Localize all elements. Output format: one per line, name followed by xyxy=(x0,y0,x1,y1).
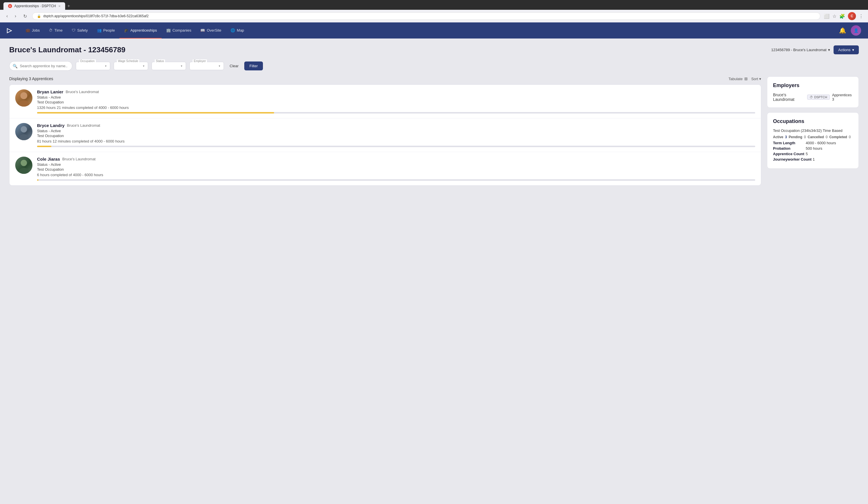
page-title: Bruce's Laundromat - 123456789 xyxy=(9,46,125,54)
list-item[interactable]: Bryce Landry Bruce's Laundromat Status -… xyxy=(10,118,761,152)
apprentice-info: Bryce Landry Bruce's Laundromat Status -… xyxy=(37,123,755,147)
sort-button[interactable]: Sort ▾ xyxy=(751,77,761,81)
progress-bar-fill xyxy=(37,146,51,147)
progress-bar xyxy=(37,146,755,147)
active-label: Active xyxy=(773,135,783,139)
probation-value: 500 hours xyxy=(806,146,823,151)
probation-row: Probation 500 hours xyxy=(773,146,853,151)
search-icon: 🔍 xyxy=(13,64,18,68)
apprentice-employer: Bruce's Laundromat xyxy=(66,90,99,94)
page-content: Bruce's Laundromat - 123456789 123456789… xyxy=(0,39,868,192)
user-avatar[interactable]: 👤 xyxy=(851,25,861,36)
apprentice-name: Bryan Lanier xyxy=(37,89,63,94)
tabulate-button[interactable]: Tabulate ⊞ xyxy=(728,77,748,81)
employers-title: Employers xyxy=(773,82,853,89)
apprentice-occupation: Test Occupation xyxy=(37,100,755,104)
apprentices-count: Displaying 3 Apprentices xyxy=(9,77,53,81)
app-navigation: ▷ 💼 Jobs ⏱ Time 🛡 Safety 👥 People 🎓 Appr… xyxy=(0,22,868,39)
employer-chevron-icon: ▾ xyxy=(219,64,220,68)
nav-item-map[interactable]: 🌐 Map xyxy=(226,22,249,39)
apprentice-name-row: Bryan Lanier Bruce's Laundromat xyxy=(37,89,755,94)
svg-point-3 xyxy=(19,134,29,140)
nav-item-oversite[interactable]: 📖 OverSite xyxy=(196,22,226,39)
apprenticeships-icon: 🎓 xyxy=(124,28,128,32)
nav-item-apprenticeships[interactable]: 🎓 Apprenticeships xyxy=(120,22,162,39)
avatar xyxy=(15,123,32,140)
term-length-value: 4000 - 6000 hours xyxy=(806,141,836,145)
nav-label-map: Map xyxy=(237,28,244,32)
nav-label-oversite: OverSite xyxy=(207,28,221,32)
apprentice-hours: 6 hours completed of 4000 - 6000 hours xyxy=(37,173,755,177)
notification-bell-icon[interactable]: 🔔 xyxy=(839,27,846,34)
app-logo[interactable]: ▷ xyxy=(7,27,12,34)
nav-item-jobs[interactable]: 💼 Jobs xyxy=(21,22,44,39)
svg-point-5 xyxy=(19,168,29,174)
apprentice-name: Cole Jiaras xyxy=(37,157,60,161)
apprentice-hours: 1326 hours 21 minutes completed of 4000 … xyxy=(37,105,755,110)
forward-button[interactable]: › xyxy=(13,13,18,19)
nav-item-companies[interactable]: 🏢 Companies xyxy=(162,22,196,39)
wage-schedule-filter[interactable]: Wage Schedule ▾ xyxy=(114,62,148,70)
company-selector[interactable]: 123456789 - Bruce's Laundromat ▾ xyxy=(771,48,830,52)
active-tab[interactable]: D Apprenticeships · DSPTCH ✕ xyxy=(3,2,65,10)
journeyworker-count-label: Journeyworker Count xyxy=(773,157,812,161)
bookmark-button[interactable]: ☆ xyxy=(833,13,836,19)
panel-controls: Tabulate ⊞ Sort ▾ xyxy=(728,77,761,81)
tab-close-button[interactable]: ✕ xyxy=(58,4,61,8)
oversite-icon: 📖 xyxy=(200,28,205,32)
completed-value: 0 xyxy=(849,135,851,139)
menu-button[interactable]: ⋮ xyxy=(859,13,864,19)
actions-button[interactable]: Actions ▾ xyxy=(834,46,859,54)
status-filter[interactable]: Status ▾ xyxy=(152,62,186,70)
nav-item-people[interactable]: 👥 People xyxy=(92,22,120,39)
apprentice-count-value: 5 xyxy=(806,152,808,156)
nav-label-safety: Safety xyxy=(77,28,88,32)
tab-favicon: D xyxy=(8,4,12,8)
cast-button[interactable]: ⬜ xyxy=(824,13,829,19)
nav-label-apprenticeships: Apprenticeships xyxy=(130,28,157,32)
apprentice-occupation: Test Occupation xyxy=(37,134,755,138)
pending-label: Pending xyxy=(789,135,802,139)
filter-button[interactable]: Filter xyxy=(244,61,263,70)
svg-point-1 xyxy=(19,100,29,107)
nav-label-people: People xyxy=(103,28,115,32)
avatar xyxy=(15,157,32,174)
chevron-down-icon: ▾ xyxy=(828,48,830,52)
apprentices-list: Bryan Lanier Bruce's Laundromat Status -… xyxy=(9,84,761,185)
new-tab-button[interactable]: + xyxy=(65,2,72,10)
apprentice-status: Status - Active xyxy=(37,95,755,99)
nav-item-safety[interactable]: 🛡 Safety xyxy=(67,22,92,39)
reload-button[interactable]: ↻ xyxy=(21,13,29,20)
extensions-button[interactable]: 🧩 xyxy=(839,13,845,19)
panel-header: Displaying 3 Apprentices Tabulate ⊞ Sort… xyxy=(9,77,761,81)
occupation-name: Test Occupation (234ls34r32) Time Based xyxy=(773,129,853,133)
apprentice-name: Bryce Landry xyxy=(37,123,65,128)
right-panel: Employers Bruce's Laundromat ⏱ DSPTCH Ap… xyxy=(767,77,859,185)
apprentice-status: Status - Active xyxy=(37,129,755,133)
occupation-chevron-icon: ▾ xyxy=(105,64,106,68)
apprentice-employer: Bruce's Laundromat xyxy=(67,123,100,128)
list-item[interactable]: Bryan Lanier Bruce's Laundromat Status -… xyxy=(10,85,761,118)
search-input[interactable] xyxy=(9,61,72,71)
apprentice-name-row: Bryce Landry Bruce's Laundromat xyxy=(37,123,755,128)
actions-chevron-icon: ▾ xyxy=(852,48,854,52)
companies-icon: 🏢 xyxy=(166,28,171,32)
clear-button[interactable]: Clear xyxy=(227,63,241,69)
address-bar[interactable]: 🔒 dsptch.app/apprenticeships/018f7c8c-57… xyxy=(32,12,820,20)
employer-badges: ⏱ DSPTCH Apprentices 3 xyxy=(807,93,853,101)
filters-row: 🔍 Occupation ▾ Wage Schedule ▾ Status ▾ … xyxy=(9,61,859,71)
nav-item-time[interactable]: ⏱ Time xyxy=(44,22,67,39)
employer-filter[interactable]: Employer ▾ xyxy=(189,62,224,70)
apprentices-panel: Displaying 3 Apprentices Tabulate ⊞ Sort… xyxy=(9,77,761,185)
occupation-stats-row: Active 3 Pending 0 Cancelled 0 Completed… xyxy=(773,135,853,139)
sort-label: Sort xyxy=(751,77,758,81)
back-button[interactable]: ‹ xyxy=(4,13,10,19)
page-header: Bruce's Laundromat - 123456789 123456789… xyxy=(9,46,859,54)
grid-icon: ⊞ xyxy=(744,77,748,81)
list-item[interactable]: Cole Jiaras Bruce's Laundromat Status - … xyxy=(10,152,761,185)
occupation-filter[interactable]: Occupation ▾ xyxy=(76,62,110,70)
actions-label: Actions xyxy=(838,48,850,52)
map-icon: 🌐 xyxy=(230,28,235,32)
browser-profile-avatar[interactable]: C xyxy=(848,12,856,20)
main-layout: Displaying 3 Apprentices Tabulate ⊞ Sort… xyxy=(9,77,859,185)
